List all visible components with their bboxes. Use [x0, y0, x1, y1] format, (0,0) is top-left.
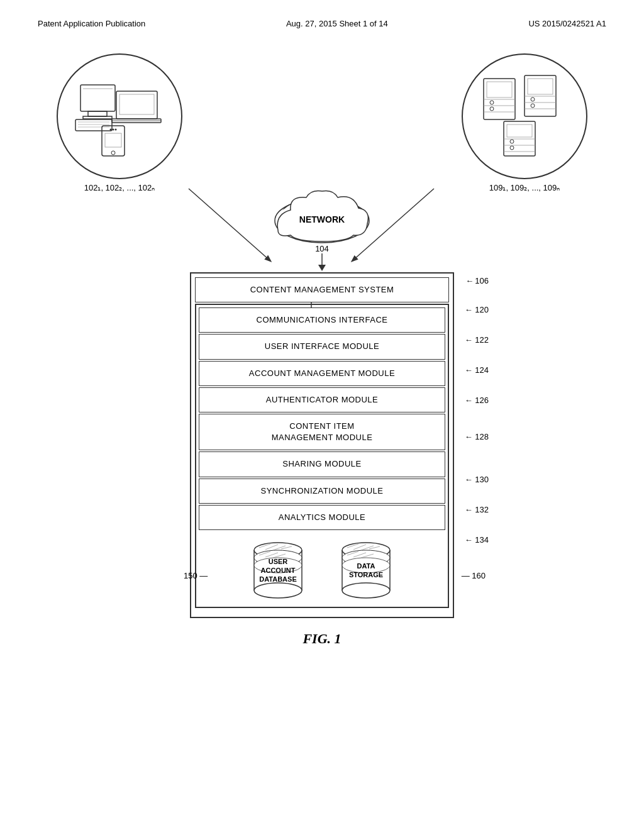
user-db-item: USERACCOUNTDATABASE: [247, 539, 309, 602]
sharing-box: SHARING MODULE: [199, 451, 445, 477]
network-cloud-container: NETWORK 104: [265, 186, 379, 272]
svg-rect-36: [507, 124, 532, 137]
page: Patent Application Publication Aug. 27, …: [0, 0, 644, 830]
content-item-row: CONTENT ITEMMANAGEMENT MODULE: [199, 414, 445, 450]
svg-rect-35: [504, 121, 535, 156]
analytics-box: ANALYTICS MODULE: [199, 505, 445, 530]
svg-point-19: [115, 129, 117, 131]
user-interface-row: USER INTERFACE MODULE: [199, 334, 445, 359]
cms-row: CONTENT MANAGEMENT SYSTEM: [195, 277, 449, 302]
svg-text:NETWORK: NETWORK: [299, 214, 345, 224]
svg-point-69: [342, 583, 390, 598]
ref-106: ←106: [465, 276, 489, 285]
client-devices-group: 102₁, 102₂, ..., 102ₙ: [57, 53, 182, 192]
synchronization-row: SYNCHRONIZATION MODULE: [199, 479, 445, 504]
client-circle: [57, 53, 182, 179]
cms-title-box: CONTENT MANAGEMENT SYSTEM: [195, 277, 449, 302]
svg-point-18: [113, 129, 114, 131]
svg-rect-21: [484, 79, 515, 119]
server-circle: [462, 53, 587, 179]
svg-rect-13: [119, 94, 154, 114]
ref-132: ← 132: [465, 505, 489, 514]
down-arrow: [316, 253, 328, 272]
svg-point-31: [531, 104, 535, 108]
ref-130: ← 130: [465, 475, 489, 484]
ref-128: ← 128: [465, 432, 489, 441]
svg-point-38: [510, 146, 514, 150]
fig-label: FIG. 1: [38, 631, 606, 647]
header-right: US 2015/0242521 A1: [528, 19, 606, 28]
user-interface-box: USER INTERFACE MODULE: [199, 334, 445, 359]
inner-stack: COMMUNICATIONS INTERFACE USER INTERFACE …: [195, 304, 449, 608]
svg-rect-20: [105, 133, 121, 147]
svg-point-30: [531, 97, 535, 101]
network-cloud: NETWORK: [265, 186, 379, 249]
ref-124: ← 124: [465, 365, 489, 375]
svg-point-24: [490, 107, 494, 111]
analytics-row: ANALYTICS MODULE: [199, 505, 445, 530]
authenticator-row: AUTHENTICATOR MODULE: [199, 387, 445, 412]
svg-rect-4: [88, 111, 107, 116]
svg-point-56: [254, 583, 302, 598]
authenticator-box: AUTHENTICATOR MODULE: [199, 387, 445, 412]
page-header: Patent Application Publication Aug. 27, …: [38, 19, 606, 28]
svg-point-37: [510, 140, 514, 143]
content-item-box: CONTENT ITEMMANAGEMENT MODULE: [199, 414, 445, 450]
network-ref: 104: [315, 244, 329, 253]
account-management-row: ACCOUNT MANAGEMENT MODULE: [199, 361, 445, 386]
ref-160: ― 160: [462, 571, 486, 580]
ref-126: ← 126: [465, 396, 489, 405]
ref-150: 150 —: [184, 571, 208, 580]
data-storage-label: DATASTORAGE: [347, 562, 385, 580]
svg-point-23: [490, 101, 494, 104]
svg-rect-29: [528, 79, 553, 94]
svg-rect-7: [75, 119, 112, 131]
svg-rect-22: [487, 82, 512, 97]
database-row: USERACCOUNTDATABASE: [199, 536, 445, 604]
svg-point-16: [111, 151, 115, 155]
svg-rect-5: [83, 116, 112, 119]
header-left: Patent Application Publication: [38, 19, 145, 28]
cms-outer-box: CONTENT MANAGEMENT SYSTEM COMMUNICATIONS…: [190, 272, 454, 618]
svg-point-17: [110, 129, 112, 131]
sharing-row: SHARING MODULE: [199, 451, 445, 477]
ref-122: ← 122: [465, 335, 489, 345]
communications-row: COMMUNICATIONS INTERFACE: [199, 307, 445, 333]
account-management-box: ACCOUNT MANAGEMENT MODULE: [199, 361, 445, 386]
synchronization-box: SYNCHRONIZATION MODULE: [199, 479, 445, 504]
user-db-label: USERACCOUNTDATABASE: [256, 556, 300, 584]
full-diagram: 102₁, 102₂, ..., 102ₙ: [38, 53, 606, 647]
header-center: Aug. 27, 2015 Sheet 1 of 14: [286, 19, 388, 28]
communications-box: COMMUNICATIONS INTERFACE: [199, 307, 445, 333]
ref-120: ← 120: [465, 305, 489, 314]
server-group: 109₁, 109₂, ..., 109ₙ: [462, 53, 587, 192]
ref-134: ← 134: [465, 535, 489, 545]
svg-marker-52: [318, 265, 326, 271]
svg-rect-28: [525, 75, 556, 116]
data-storage-item: DATASTORAGE: [335, 539, 397, 602]
